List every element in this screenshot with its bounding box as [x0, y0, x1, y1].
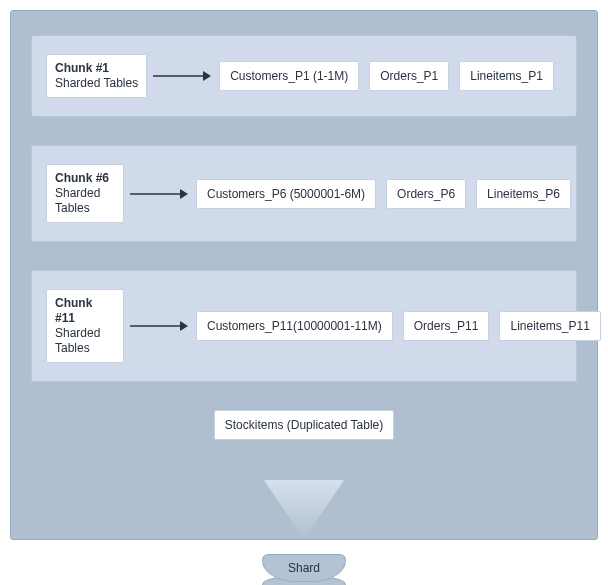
svg-marker-3: [180, 189, 188, 199]
chunk-label: Chunk #11 Sharded Tables: [46, 289, 124, 363]
shard-db: Shard: [10, 540, 598, 585]
table-lineitems: Lineitems_P6: [476, 179, 571, 209]
pointer-triangle-icon: [244, 480, 364, 540]
shard-container: Chunk #1 Sharded Tables Customers_P1 (1-…: [10, 10, 598, 540]
chunk-subtitle: Sharded Tables: [55, 186, 115, 216]
arrow-right-icon: [153, 70, 211, 82]
chunk-tables: Customers_P1 (1-1M) Orders_P1 Lineitems_…: [219, 61, 562, 91]
database-cylinder-icon: Shard: [262, 554, 346, 585]
duplicated-table-row: Stockitems (Duplicated Table): [31, 410, 577, 440]
svg-marker-5: [180, 321, 188, 331]
svg-marker-1: [203, 71, 211, 81]
chunk-title: Chunk #11: [55, 296, 115, 326]
chunk-row-6: Chunk #6 Sharded Tables Customers_P6 (50…: [31, 145, 577, 242]
table-orders: Orders_P11: [403, 311, 490, 341]
pointer-to-shard: [31, 480, 577, 540]
table-customers: Customers_P6 (5000001-6M): [196, 179, 376, 209]
chunk-tables: Customers_P11(10000001-11M) Orders_P11 L…: [196, 311, 601, 341]
svg-marker-6: [264, 480, 344, 540]
chunk-tables: Customers_P6 (5000001-6M) Orders_P6 Line…: [196, 179, 571, 209]
chunk-label: Chunk #6 Sharded Tables: [46, 164, 124, 223]
chunk-row-11: Chunk #11 Sharded Tables Customers_P11(1…: [31, 270, 577, 382]
table-customers: Customers_P1 (1-1M): [219, 61, 359, 91]
chunk-row-1: Chunk #1 Sharded Tables Customers_P1 (1-…: [31, 35, 577, 117]
table-customers: Customers_P11(10000001-11M): [196, 311, 393, 341]
chunk-label: Chunk #1 Sharded Tables: [46, 54, 147, 98]
chunk-title: Chunk #6: [55, 171, 115, 186]
chunk-title: Chunk #1: [55, 61, 138, 76]
chunk-subtitle: Sharded Tables: [55, 76, 138, 91]
duplicated-table: Stockitems (Duplicated Table): [214, 410, 395, 440]
arrow-right-icon: [130, 320, 188, 332]
table-lineitems: Lineitems_P11: [499, 311, 600, 341]
table-orders: Orders_P6: [386, 179, 466, 209]
chunk-subtitle: Sharded Tables: [55, 326, 115, 356]
table-lineitems: Lineitems_P1: [459, 61, 554, 91]
table-orders: Orders_P1: [369, 61, 449, 91]
arrow-right-icon: [130, 188, 188, 200]
